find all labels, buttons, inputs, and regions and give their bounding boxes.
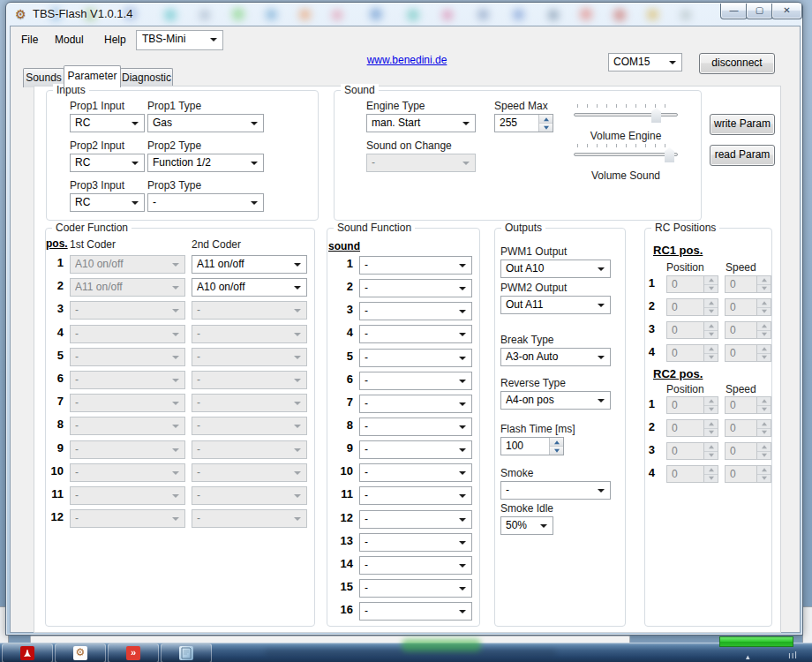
step-up-icon[interactable] (550, 438, 563, 447)
maximize-button[interactable]: ▢ (746, 4, 773, 19)
sf-row-num: 4 (328, 326, 353, 339)
sound-select-1[interactable]: - (359, 256, 472, 275)
sf-row-num: 13 (328, 534, 353, 547)
coder2-select-1[interactable]: A11 on/off (192, 255, 307, 274)
speed-max-stepper[interactable]: 255 (494, 114, 553, 132)
sound-value: - (365, 487, 455, 504)
sound-select-7[interactable]: - (359, 395, 472, 413)
disconnect-button[interactable]: disconnect (699, 53, 775, 74)
reverse-type-select[interactable]: A4-on pos (500, 391, 611, 410)
tray-show-hidden-icon[interactable]: ▴ (746, 652, 750, 661)
chevron-down-icon (598, 356, 605, 359)
prop3-input-select[interactable]: RC (70, 193, 145, 212)
flash-time-label: Flash Time [ms] (500, 423, 575, 435)
slider-thumb[interactable] (665, 147, 674, 162)
chevron-down-icon (462, 162, 470, 165)
sound-select-12[interactable]: - (359, 510, 472, 529)
step-up-icon[interactable] (539, 115, 553, 124)
coder1-value: - (75, 326, 169, 342)
app-gears-icon: ⚙ (15, 7, 26, 21)
chevron-down-icon (294, 286, 301, 290)
smoke-idle-select[interactable]: 50% (500, 516, 553, 535)
sound-select-10[interactable]: - (359, 463, 472, 482)
sound-select-3[interactable]: - (359, 302, 472, 320)
tab-diagnostic[interactable]: Diagnostic (120, 68, 173, 87)
sound-select-8[interactable]: - (359, 418, 472, 436)
sound-select-16[interactable]: - (359, 602, 472, 621)
desktop-glass-blob (580, 8, 592, 20)
sound-select-6[interactable]: - (359, 372, 472, 390)
step-down-icon[interactable] (539, 124, 553, 132)
chevron-down-icon (172, 333, 179, 336)
volume-engine-slider[interactable] (574, 104, 678, 125)
break-type-select[interactable]: A3-on Auto (500, 348, 611, 366)
close-button[interactable]: ✕ (771, 4, 802, 19)
chevron-down-icon (459, 333, 466, 336)
menu-file[interactable]: File (21, 32, 38, 48)
desktop-glass-blob (299, 9, 311, 20)
taskbar-button-notepad[interactable] (161, 643, 212, 662)
tray-network-icon[interactable]: ııl (788, 651, 798, 660)
prop3-type-select[interactable]: - (147, 193, 264, 212)
prop2-type-select[interactable]: Function 1/2 (147, 154, 264, 172)
client-area: File Modul Help TBS-Mini www.benedini.de… (10, 26, 801, 633)
pwm1-select[interactable]: Out A10 (500, 260, 611, 278)
taskbar-button-red-arrows-app[interactable]: » (108, 643, 159, 662)
slider-thumb[interactable] (651, 108, 661, 123)
sound-select-5[interactable]: - (359, 349, 472, 367)
write-param-button[interactable]: write Param (710, 114, 775, 135)
rc2-row-num: 2 (641, 420, 655, 433)
coder2-select-4: - (192, 325, 307, 343)
prop1-input-select[interactable]: RC (70, 114, 145, 132)
rc1-pos-value: 0 (672, 322, 703, 339)
rc2-speed-4: 0 (725, 465, 771, 483)
coder2-select-2[interactable]: A10 on/off (192, 278, 307, 297)
sound-select-2[interactable]: - (359, 279, 472, 297)
engine-type-label: Engine Type (366, 100, 425, 112)
chevron-down-icon (459, 494, 466, 498)
chevron-down-icon (598, 489, 605, 493)
chevron-down-icon (459, 541, 466, 545)
taskbar-button-adobe-reader[interactable] (2, 643, 53, 662)
step-down-icon[interactable] (550, 447, 563, 455)
coder2-select-8: - (192, 417, 307, 435)
break-type-label: Break Type (500, 334, 553, 346)
benedini-link[interactable]: www.benedini.de (355, 54, 459, 66)
stepper-buttons[interactable] (538, 115, 553, 132)
coder1-select-4: - (70, 325, 185, 343)
smoke-select[interactable]: - (500, 481, 611, 500)
sound-select-9[interactable]: - (359, 440, 472, 459)
pwm2-select[interactable]: Out A11 (500, 296, 611, 314)
chevron-down-icon (294, 517, 301, 521)
sound-select-11[interactable]: - (359, 486, 472, 505)
rc1-pos-value: 0 (672, 299, 703, 316)
read-param-button[interactable]: read Param (710, 145, 775, 166)
stepper-buttons[interactable] (549, 438, 563, 455)
reverse-type-value: A4-on pos (506, 392, 594, 409)
chevron-down-icon (132, 122, 139, 125)
module-select[interactable]: TBS-Mini (136, 30, 223, 50)
engine-type-select[interactable]: man. Start (366, 114, 476, 132)
com-port-select[interactable]: COM15 (608, 53, 682, 71)
volume-sound-slider[interactable] (574, 144, 678, 165)
prop2-input-select[interactable]: RC (70, 154, 145, 172)
sound-select-4[interactable]: - (359, 325, 472, 343)
menu-modul[interactable]: Modul (55, 32, 84, 48)
chevron-down-icon (172, 448, 179, 452)
flash-time-stepper[interactable]: 100 (500, 437, 564, 455)
sound-select-15[interactable]: - (359, 579, 472, 598)
sound-select-13[interactable]: - (359, 533, 472, 552)
taskbar-button-tbs-flash[interactable]: ⚙ (55, 643, 106, 662)
desktop-glass-blob (332, 10, 342, 20)
minimize-button[interactable]: — (720, 4, 748, 19)
prop1-type-select[interactable]: Gas (147, 114, 264, 132)
coder1-value: A10 on/off (75, 256, 169, 273)
sound-select-14[interactable]: - (359, 556, 472, 575)
desktop-glass-blob (164, 9, 177, 21)
title-bar[interactable]: ⚙ TBS-Flash V1.0.1.4 (6, 3, 802, 26)
tab-parameter[interactable]: Parameter (64, 65, 121, 87)
menu-help[interactable]: Help (104, 32, 126, 48)
coder-row-num: 9 (42, 441, 64, 455)
rc2-speed-3: 0 (725, 442, 771, 460)
stepper-buttons (756, 299, 771, 315)
